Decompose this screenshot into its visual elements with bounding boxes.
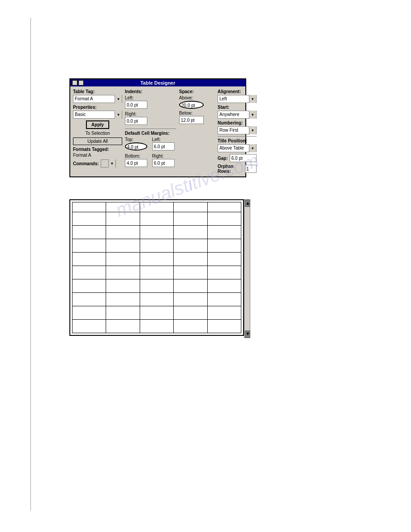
- table-row: [73, 212, 241, 226]
- update-all-button[interactable]: Update All: [73, 137, 122, 145]
- alignment-select[interactable]: Left ▼: [218, 95, 257, 103]
- table-cell: [174, 306, 207, 320]
- scrollbar-down-arrow[interactable]: ▼: [245, 330, 250, 338]
- numbering-section: Numbering: Row First ▼: [218, 120, 257, 134]
- apply-button[interactable]: Apply: [86, 120, 109, 129]
- table-cell: [73, 293, 106, 306]
- table-cell: [140, 202, 173, 212]
- maximize-button[interactable]: □: [78, 80, 84, 86]
- alignment-value: Left: [218, 95, 249, 103]
- table-tag-select[interactable]: Format A ▼: [73, 95, 122, 103]
- gap-row: Gap: 6.0 pt: [218, 154, 257, 162]
- scrollbar[interactable]: ▲ ▼: [244, 199, 250, 338]
- table-cell: [140, 293, 173, 306]
- numbering-select[interactable]: Row First ▼: [218, 126, 257, 134]
- table-cell: [140, 320, 173, 333]
- table-row: [73, 226, 241, 239]
- above-input[interactable]: 20.0 pt: [179, 101, 204, 109]
- table-designer-dialog: ─ □ Table Designer Table Tag: Format A ▼…: [69, 78, 246, 177]
- above-label: Above:: [179, 95, 215, 100]
- table-row: [73, 320, 241, 333]
- table-cell: [106, 239, 140, 253]
- orphan-rows-input[interactable]: 1: [245, 165, 257, 173]
- commands-row: Commands: ▼: [73, 159, 122, 167]
- cell-left-input[interactable]: 6.0 pt: [152, 142, 175, 150]
- alignment-arrow[interactable]: ▼: [249, 95, 256, 103]
- title-position-value: Above Table: [218, 144, 249, 152]
- bottom-label: Bottom:: [125, 154, 150, 159]
- table-cell: [140, 239, 173, 253]
- cell-left-group: Left: 6.0 pt: [152, 137, 177, 152]
- title-position-select[interactable]: Above Table ▼: [218, 144, 257, 152]
- right-input[interactable]: 0.0 pt: [125, 117, 147, 125]
- table-row: [73, 306, 241, 320]
- table-cell: [106, 320, 140, 333]
- table-cell: [106, 202, 140, 212]
- cell-right-label: Right:: [152, 154, 177, 159]
- table-cell: [207, 253, 241, 266]
- table-row: [73, 266, 241, 279]
- top-input[interactable]: 4.0 pt: [125, 142, 147, 150]
- below-input[interactable]: 12.0 pt: [179, 116, 204, 124]
- to-selection-text: To Selection: [73, 131, 122, 136]
- minimize-button[interactable]: ─: [72, 80, 77, 86]
- table-cell: [207, 212, 241, 226]
- gap-input[interactable]: 6.0 pt: [230, 154, 257, 162]
- bottom-input[interactable]: 4.0 pt: [125, 159, 147, 167]
- orphan-row: Orphan Rows: 1: [218, 164, 257, 174]
- left-input[interactable]: 0.0 pt: [125, 101, 147, 109]
- divider-2: [218, 136, 257, 137]
- start-arrow[interactable]: ▼: [249, 111, 256, 119]
- table-cell: [73, 266, 106, 279]
- margins-grid: Top: 4.0 pt Left: 6.0 pt Bottom: 4.0 pt …: [125, 137, 176, 169]
- cell-margins-section: Default Cell Margins: Top: 4.0 pt Left: …: [125, 131, 176, 169]
- table-cell: [174, 279, 207, 293]
- properties-value: Basic: [73, 111, 115, 119]
- table-cell: [140, 266, 173, 279]
- table-cell: [174, 253, 207, 266]
- start-label: Start:: [218, 105, 257, 110]
- space-label: Space:: [179, 89, 215, 94]
- title-position-arrow[interactable]: ▼: [249, 144, 256, 152]
- alignment-section: Alignment: Left ▼: [218, 89, 257, 103]
- dialog-body: Table Tag: Format A ▼ Properties: Basic …: [70, 86, 245, 176]
- col-middle: Indents: Left: 0.0 pt Right: 0.0 pt Defa…: [125, 89, 176, 174]
- table-cell: [174, 266, 207, 279]
- properties-arrow[interactable]: ▼: [115, 111, 122, 119]
- start-value: Anywhere: [218, 111, 249, 119]
- table-tag-arrow[interactable]: ▼: [115, 95, 122, 103]
- table-cell: [73, 253, 106, 266]
- table-cell: [106, 293, 140, 306]
- space-above-group: Above: 20.0 pt: [179, 95, 215, 109]
- divider-1: [125, 129, 176, 129]
- table-cell: [73, 226, 106, 239]
- table-cell: [106, 226, 140, 239]
- commands-label: Commands:: [73, 161, 99, 166]
- table-row: [73, 279, 241, 293]
- table-cell: [174, 202, 207, 212]
- numbering-arrow[interactable]: ▼: [249, 126, 256, 134]
- table-cell: [73, 239, 106, 253]
- table-tag-label: Table Tag:: [73, 89, 122, 94]
- space-below-group: Below: 12.0 pt: [179, 111, 215, 124]
- formats-tagged-label: Formats Tagged:: [73, 147, 122, 152]
- indent-right-row: Right: 0.0 pt: [125, 112, 176, 127]
- commands-select[interactable]: ▼: [101, 159, 116, 167]
- properties-select[interactable]: Basic ▼: [73, 111, 122, 119]
- margin-line: [30, 18, 31, 511]
- commands-arrow[interactable]: ▼: [108, 159, 116, 167]
- indent-left-row: Left: 0.0 pt: [125, 95, 176, 111]
- table-cell: [73, 279, 106, 293]
- cell-left-label: Left:: [152, 137, 177, 142]
- table-cell: [174, 212, 207, 226]
- scrollbar-up-arrow[interactable]: ▲: [245, 200, 250, 207]
- cell-right-input[interactable]: 6.0 pt: [152, 159, 175, 167]
- col-right: Alignment: Left ▼ Start: Anywhere ▼ Numb…: [218, 89, 257, 174]
- table-row: [73, 293, 241, 306]
- table-cell: [207, 226, 241, 239]
- table-cell: [207, 266, 241, 279]
- start-select[interactable]: Anywhere ▼: [218, 111, 257, 119]
- indent-right-group: Right: 0.0 pt: [125, 112, 176, 127]
- table-cell: [207, 239, 241, 253]
- orphan-rows-label: Orphan Rows:: [218, 164, 243, 174]
